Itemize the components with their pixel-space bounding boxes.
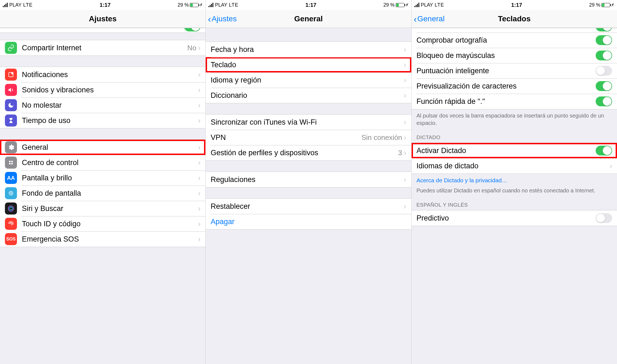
status-bar: PLAY LTE 1:17 29 % ⚡︎ (412, 0, 617, 10)
list-item-itunes-wifi[interactable]: Sincronizar con iTunes vía Wi-Fi › (206, 115, 411, 130)
list-item-spellcheck[interactable]: Comprobar ortografía (412, 33, 617, 48)
chevron-right-icon: › (198, 174, 200, 182)
chevron-right-icon: › (198, 101, 200, 110)
list-item-language[interactable]: Idioma y región › (206, 72, 411, 88)
list-item-capslock[interactable]: Bloqueo de mayúsculas (412, 48, 617, 63)
fingerprint-icon (5, 218, 17, 230)
screen-ajustes: PLAY LTE 1:17 29 % ⚡︎ Ajustes (0, 0, 206, 364)
signal-icon (3, 3, 8, 7)
row-label: Diccionario (211, 91, 404, 100)
nav-header: ‹ General Teclados (412, 10, 617, 28)
toggle-switch[interactable] (596, 35, 612, 45)
row-label: Sonidos y vibraciones (22, 86, 198, 94)
list-item[interactable] (412, 28, 617, 33)
signal-icon (414, 3, 419, 7)
chevron-right-icon: › (404, 133, 406, 142)
row-label: Compartir Internet (22, 44, 187, 52)
list-item-keyboard[interactable]: Teclado › (206, 57, 411, 72)
chevron-right-icon: › (404, 175, 406, 184)
list-item-display[interactable]: AA Pantalla y brillo › (0, 170, 205, 186)
row-label: Touch ID y código (22, 220, 198, 228)
list-item-notifications[interactable]: Notificaciones › (0, 67, 205, 82)
list-item-period-shortcut[interactable]: Función rápida de "." (412, 94, 617, 109)
toggle-switch[interactable] (596, 81, 612, 91)
toggle-switch[interactable] (184, 28, 200, 31)
svg-point-6 (10, 192, 12, 194)
list-item-vpn[interactable]: VPN Sin conexión › (206, 130, 411, 145)
list-item-sounds[interactable]: Sonidos y vibraciones › (0, 82, 205, 98)
list-item-dnd[interactable]: No molestar › (0, 98, 205, 113)
row-label: Siri y Buscar (22, 204, 198, 213)
row-label: Restablecer (211, 202, 404, 211)
keyboards-list[interactable]: Comprobar ortografía Bloqueo de mayúscul… (412, 28, 617, 364)
back-button[interactable]: ‹ General (414, 14, 445, 24)
chevron-right-icon: › (198, 158, 200, 167)
back-button[interactable]: ‹ Ajustes (208, 14, 237, 24)
list-item-shutdown[interactable]: Apagar (206, 214, 411, 229)
carrier-label: PLAY (215, 2, 227, 8)
list-item-general[interactable]: General › (0, 140, 205, 155)
charging-icon: ⚡︎ (406, 2, 409, 7)
toggle-switch[interactable] (596, 146, 612, 155)
battery-percent: 29 % (177, 2, 189, 8)
row-label: No molestar (22, 101, 198, 110)
list-item-hotspot[interactable]: Compartir Internet No › (0, 40, 205, 55)
toggle-switch[interactable] (596, 51, 612, 60)
list-item-sos[interactable]: SOS Emergencia SOS › (0, 231, 205, 247)
row-label: Pantalla y brillo (22, 174, 198, 182)
row-value: Sin conexión (361, 133, 402, 142)
chevron-right-icon: › (198, 116, 200, 125)
list-item-profiles[interactable]: Gestión de perfiles y dispositivos 3 › (206, 145, 411, 160)
row-label: Centro de control (22, 158, 198, 167)
row-label: Puntuación inteligente (417, 67, 596, 75)
back-label: Ajustes (212, 14, 237, 23)
section-header: ESPAÑOL Y INGLÉS (412, 197, 617, 210)
page-title: General (294, 14, 323, 23)
row-label: Tiempo de uso (22, 116, 198, 125)
svg-rect-3 (11, 161, 13, 162)
row-label: Teclado (211, 61, 404, 69)
chevron-left-icon: ‹ (414, 14, 417, 24)
list-item-dictation-langs[interactable]: Idiomas de dictado › (412, 158, 617, 174)
chevron-right-icon: › (198, 189, 200, 198)
display-icon: AA (5, 172, 17, 184)
battery-icon (601, 3, 610, 7)
row-label: Notificaciones (22, 71, 198, 79)
sounds-icon (5, 84, 17, 96)
list-item-enable-dictation[interactable]: Activar Dictado (412, 143, 617, 158)
row-label: Comprobar ortografía (417, 36, 596, 45)
row-label: Emergencia SOS (22, 235, 198, 243)
chevron-right-icon: › (404, 76, 406, 84)
chevron-right-icon: › (198, 70, 200, 79)
carrier-label: PLAY (9, 2, 22, 8)
list-item-reset[interactable]: Restablecer › (206, 199, 411, 214)
list-item-siri[interactable]: Siri y Buscar › (0, 201, 205, 216)
list-item-smart-punctuation[interactable]: Puntuación inteligente (412, 63, 617, 78)
list-item-touchid[interactable]: Touch ID y código › (0, 216, 205, 231)
list-item-wallpaper[interactable]: Fondo de pantalla › (0, 186, 205, 201)
general-list[interactable]: Fecha y hora › Teclado › Idioma y región… (206, 28, 411, 364)
clock: 1:17 (305, 2, 316, 8)
list-item-char-preview[interactable]: Previsualización de caracteres (412, 78, 617, 94)
charging-icon: ⚡︎ (611, 2, 614, 7)
siri-icon (5, 202, 17, 215)
toggle-switch[interactable] (596, 96, 612, 106)
privacy-link[interactable]: Acerca de Dictado y la privacidad… (412, 174, 617, 187)
toggle-switch[interactable] (596, 66, 612, 76)
nav-header: ‹ Ajustes General (206, 10, 411, 28)
moon-icon (5, 99, 17, 111)
toggle-switch[interactable] (596, 28, 612, 31)
battery-icon (190, 3, 199, 7)
list-item[interactable] (0, 28, 205, 33)
list-item-regulations[interactable]: Regulaciones › (206, 172, 411, 187)
settings-list[interactable]: Compartir Internet No › Notificaciones › (0, 28, 205, 364)
list-item-date-time[interactable]: Fecha y hora › (206, 42, 411, 57)
list-item-control-center[interactable]: Centro de control › (0, 155, 205, 170)
svg-rect-4 (9, 163, 11, 165)
list-item-screentime[interactable]: Tiempo de uso › (0, 113, 205, 128)
row-label: Predictivo (417, 214, 596, 222)
list-item-dictionary[interactable]: Diccionario › (206, 88, 411, 103)
toggle-switch[interactable] (596, 213, 612, 223)
chevron-right-icon: › (404, 148, 406, 157)
list-item-predictive[interactable]: Predictivo (412, 210, 617, 226)
